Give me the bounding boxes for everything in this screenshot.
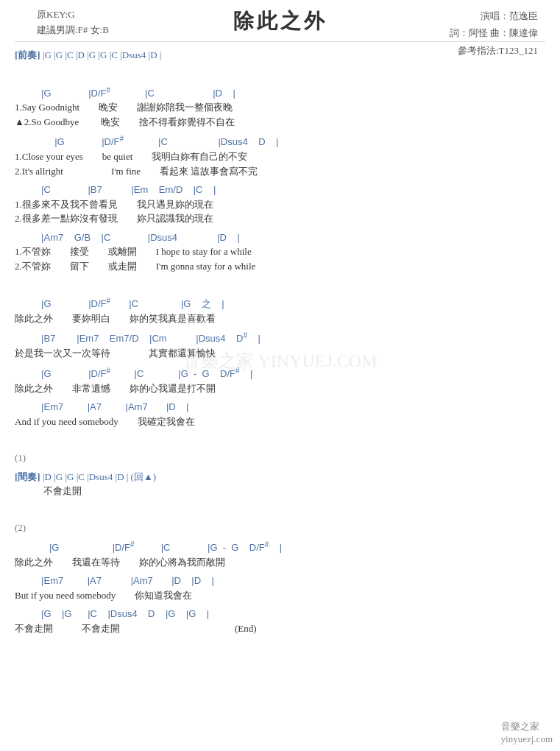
prelude-label: [前奏]	[15, 49, 40, 60]
verse1b: |G |D/F# |C |Dsus4 D | 1.Close your eyes…	[15, 133, 545, 178]
interlude-line: [間奏] |D |G |G |C |Dsus4 |D | (回▲)	[15, 470, 545, 484]
chord-row-f1: |G |D/F# |C |G - G D/F# |	[15, 539, 545, 555]
chord-row-8: |Em7 |A7 |Am7 |D |	[15, 400, 545, 415]
lyric-buqu: 不會走開	[15, 484, 545, 498]
suggest-key: 建議男調:F# 女:B	[37, 23, 109, 38]
chord-row-1: |G |D/F# |C |D |	[15, 85, 545, 101]
lyric-row-4: 2.It's allright I'm fine 看起來 這故事會寫不完	[15, 164, 545, 179]
lyric-row-3: 1.Close your eyes be quiet 我明白妳有自己的不安	[15, 149, 545, 164]
lyric-row-10: 於是我一次又一次等待 其實都還算愉快	[15, 346, 545, 361]
verse2a: |C |B7 |Em Em/D |C | 1.很多來不及我不曾看見 我只遇見妳的…	[15, 183, 545, 226]
chord-row-f2: |Em7 |A7 |Am7 |D |D |	[15, 574, 545, 588]
artist-info: 演唱：范逸臣 詞：阿怪 曲：陳達偉 參考指法:T123_121	[450, 7, 538, 59]
chorus2: |B7 |Em7 Em7/D |Cm |Dsus4 D# | 於是我一次又一次等…	[15, 330, 545, 360]
lyric-row-f1: 除此之外 我還在等待 妳的心將為我而敞開	[15, 555, 545, 570]
key-info: 原KEY:G 建議男調:F# 女:B	[37, 7, 109, 38]
final-chorus2: |Em7 |A7 |Am7 |D |D | But if you need so…	[15, 574, 545, 602]
lyric-row-11: 除此之外 非常遺憾 妳的心我還是打不開	[15, 381, 545, 396]
header: 原KEY:G 建議男調:F# 女:B 除此之外 演唱：范逸臣 詞：阿怪 曲：陳達…	[15, 7, 545, 35]
section-2-label: (2)	[15, 521, 545, 535]
chord-row-3: |C |B7 |Em Em/D |C |	[15, 183, 545, 197]
lyric-row-f2: But if you need somebody 你知道我會在	[15, 588, 545, 603]
page: 原KEY:G 建議男調:F# 女:B 除此之外 演唱：范逸臣 詞：阿怪 曲：陳達…	[0, 0, 560, 751]
lyric-row-8: 2.不管妳 留下 或走開 I'm gonna stay for a while	[15, 259, 545, 274]
lyric-row-7: 1.不管妳 接受 或離開 I hope to stay for a while	[15, 244, 545, 259]
chord-row-6: |B7 |Em7 Em7/D |Cm |Dsus4 D# |	[15, 330, 545, 346]
footer-logo: 音樂之家yinyuezj.com	[501, 720, 553, 745]
verse1a: |G |D/F# |C |D | 1.Say Goodnight 晚安 謝謝妳陪…	[15, 85, 545, 130]
chorus1: |G |D/F# |C |G 之 | 除此之外 要妳明白 妳的笑我真是喜歡看	[15, 295, 545, 325]
credits: 詞：阿怪 曲：陳達偉	[450, 24, 538, 41]
num-1: (1)	[15, 451, 545, 465]
interlude-label: [間奏]	[15, 471, 40, 482]
lyric-row-1: 1.Say Goodnight 晚安 謝謝妳陪我一整個夜晚	[15, 100, 545, 115]
lyric-row-f3: 不會走開 不會走開 (End)	[15, 621, 545, 636]
chorus4: |Em7 |A7 |Am7 |D | And if you need someb…	[15, 400, 545, 429]
chord-row-5: |G |D/F# |C |G 之 |	[15, 295, 545, 311]
original-key: 原KEY:G	[37, 7, 109, 23]
verse2b: |Am7 G/B |C |Dsus4 |D | 1.不管妳 接受 或離開 I h…	[15, 230, 545, 274]
final-chorus1: |G |D/F# |C |G - G D/F# | 除此之外 我還在等待 妳的心…	[15, 539, 545, 569]
lyric-row-2: ▲2.So Goodbye 晚安 捨不得看妳覺得不自在	[15, 115, 545, 130]
chorus3: |G |D/F# |C |G - G D/F# | 除此之外 非常遺憾 妳的心我…	[15, 365, 545, 395]
lyric-row-5: 1.很多來不及我不曾看見 我只遇見妳的現在	[15, 197, 545, 212]
lyric-row-12: And if you need somebody 我確定我會在	[15, 415, 545, 429]
lyric-row-9: 除此之外 要妳明白 妳的笑我真是喜歡看	[15, 311, 545, 326]
artist: 演唱：范逸臣	[450, 7, 538, 24]
num-2: (2)	[15, 521, 545, 535]
prelude-chords: |G |G |C |D |G |G |C |Dsus4 |D |	[43, 49, 161, 60]
section-1-label: (1)	[15, 451, 545, 465]
chord-row-4: |Am7 G/B |C |Dsus4 |D |	[15, 230, 545, 245]
lyric-row-6: 2.很多差一點妳沒有發現 妳只認識我的現在	[15, 211, 545, 226]
chord-row-f3: |G |G |C |Dsus4 D |G |G |	[15, 607, 545, 621]
interlude-section: [間奏] |D |G |G |C |Dsus4 |D | (回▲) 不會走開	[15, 470, 545, 498]
interlude-chords: |D |G |G |C |Dsus4 |D | (回▲)	[43, 471, 156, 482]
chord-row-7: |G |D/F# |C |G - G D/F# |	[15, 365, 545, 381]
chord-row-2: |G |D/F# |C |Dsus4 D |	[15, 133, 545, 149]
final-chorus3: |G |G |C |Dsus4 D |G |G | 不會走開 不會走開 (End…	[15, 607, 545, 635]
ref: 參考指法:T123_121	[450, 42, 538, 59]
